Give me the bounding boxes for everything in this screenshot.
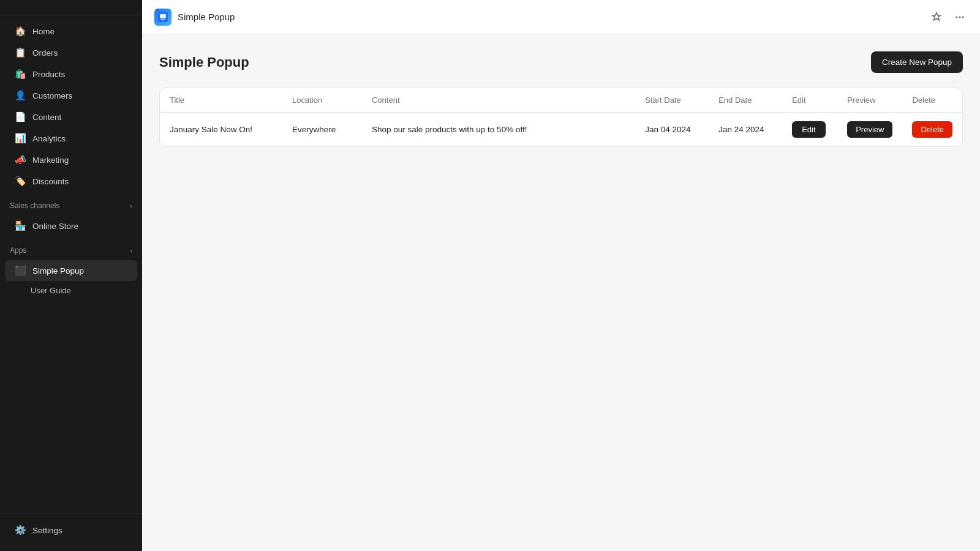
cell-content: Shop our sale products with up to 50% of…	[362, 113, 635, 147]
sidebar-nav: 🏠 Home 📋 Orders 🛍️ Products 👤 Customers …	[0, 15, 142, 514]
sidebar-bottom: ⚙️ Settings	[0, 514, 142, 551]
col-header-title: Title	[160, 88, 282, 113]
preview-button[interactable]: Preview	[847, 121, 892, 138]
col-header-content: Content	[362, 88, 635, 113]
sidebar-item-label: Simple Popup	[32, 266, 84, 276]
settings-icon: ⚙️	[15, 525, 26, 536]
sidebar-item-label: Online Store	[32, 222, 78, 231]
col-header-start-date: Start Date	[635, 88, 709, 113]
sidebar-item-products[interactable]: 🛍️ Products	[5, 64, 137, 84]
chevron-right-icon: ›	[130, 202, 132, 209]
cell-location: Everywhere	[282, 113, 362, 147]
svg-rect-1	[160, 14, 166, 18]
topbar: Simple Popup	[142, 0, 980, 34]
sidebar-item-label: Marketing	[32, 156, 69, 165]
sales-channels-section[interactable]: Sales channels ›	[0, 197, 142, 215]
create-new-popup-button[interactable]: Create New Popup	[871, 51, 963, 73]
sidebar-item-discounts[interactable]: 🏷️ Discounts	[5, 171, 137, 192]
page-title: Simple Popup	[159, 54, 249, 70]
topbar-title: Simple Popup	[178, 12, 235, 22]
sidebar-item-marketing[interactable]: 📣 Marketing	[5, 149, 137, 170]
sidebar-item-user-guide[interactable]: User Guide	[5, 282, 137, 299]
sidebar-top	[0, 0, 142, 15]
edit-button[interactable]: Edit	[792, 121, 825, 138]
apps-label: Apps	[10, 246, 26, 255]
page-header: Simple Popup Create New Popup	[159, 51, 963, 73]
col-header-end-date: End Date	[709, 88, 782, 113]
cell-delete: Delete	[902, 113, 962, 147]
cell-preview: Preview	[837, 113, 902, 147]
chevron-right-icon: ›	[130, 247, 132, 254]
sidebar-item-analytics[interactable]: 📊 Analytics	[5, 128, 137, 149]
main-area: Simple Popup Simple Popup Create New Pop…	[142, 0, 980, 551]
table-body: January Sale Now On! Everywhere Shop our…	[160, 113, 962, 147]
apps-section[interactable]: Apps ›	[0, 241, 142, 260]
cell-start-date: Jan 04 2024	[635, 113, 709, 147]
content-icon: 📄	[15, 111, 26, 122]
table-head: Title Location Content Start Date End Da…	[160, 88, 962, 113]
sidebar-item-label: Analytics	[32, 134, 66, 143]
marketing-icon: 📣	[15, 154, 26, 165]
cell-title: January Sale Now On!	[160, 113, 282, 147]
svg-rect-2	[161, 19, 165, 20]
sidebar-item-simple-popup[interactable]: ⬛ Simple Popup	[5, 260, 137, 281]
sidebar-item-content[interactable]: 📄 Content	[5, 107, 137, 127]
delete-button[interactable]: Delete	[912, 121, 952, 138]
popups-table: Title Location Content Start Date End Da…	[160, 88, 962, 146]
content-area: Simple Popup Create New Popup Title Loca…	[142, 34, 980, 551]
sidebar-sub-item-label: User Guide	[31, 286, 71, 295]
sidebar-item-orders[interactable]: 📋 Orders	[5, 42, 137, 63]
sidebar-item-label: Home	[32, 27, 55, 36]
sidebar-item-customers[interactable]: 👤 Customers	[5, 85, 137, 106]
col-header-edit: Edit	[782, 88, 837, 113]
svg-point-3	[956, 16, 957, 18]
analytics-icon: 📊	[15, 133, 26, 144]
orders-icon: 📋	[15, 47, 26, 58]
col-header-preview: Preview	[837, 88, 902, 113]
svg-point-4	[959, 16, 961, 18]
sidebar: 🏠 Home 📋 Orders 🛍️ Products 👤 Customers …	[0, 0, 142, 551]
sidebar-item-label: Settings	[32, 526, 62, 535]
cell-end-date: Jan 24 2024	[709, 113, 782, 147]
sidebar-item-settings[interactable]: ⚙️ Settings	[5, 520, 137, 541]
sidebar-item-home[interactable]: 🏠 Home	[5, 21, 137, 42]
app-icon	[154, 9, 172, 26]
sidebar-item-label: Products	[32, 70, 65, 79]
popups-table-container: Title Location Content Start Date End Da…	[159, 88, 963, 147]
col-header-delete: Delete	[902, 88, 962, 113]
svg-point-5	[962, 16, 964, 18]
more-button[interactable]	[952, 9, 968, 25]
sidebar-item-label: Customers	[32, 91, 72, 100]
sidebar-item-label: Discounts	[32, 177, 69, 186]
home-icon: 🏠	[15, 26, 26, 37]
pin-button[interactable]	[929, 9, 944, 25]
table-header-row: Title Location Content Start Date End Da…	[160, 88, 962, 113]
online-store-icon: 🏪	[15, 220, 26, 231]
sidebar-item-label: Orders	[32, 48, 58, 58]
topbar-actions	[929, 9, 968, 25]
simple-popup-icon: ⬛	[15, 265, 26, 276]
cell-edit: Edit	[782, 113, 837, 147]
table-row: January Sale Now On! Everywhere Shop our…	[160, 113, 962, 147]
sidebar-item-label: Content	[32, 113, 61, 122]
sidebar-item-online-store[interactable]: 🏪 Online Store	[5, 216, 137, 236]
customers-icon: 👤	[15, 90, 26, 101]
products-icon: 🛍️	[15, 69, 26, 80]
col-header-location: Location	[282, 88, 362, 113]
sales-channels-label: Sales channels	[10, 201, 59, 210]
discounts-icon: 🏷️	[15, 176, 26, 187]
